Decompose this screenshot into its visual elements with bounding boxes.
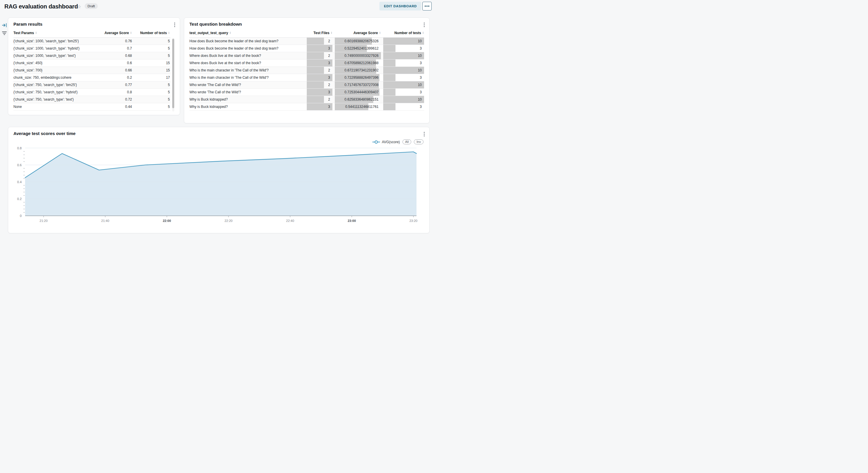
table-row: None0.445 [13,103,170,110]
cell-value: 0.7229588826497396 [335,75,381,79]
cell-test-params: None [13,103,103,110]
svg-text:0.2: 0.2 [17,197,22,201]
column-header[interactable]: test_output_test_query▲▼ [189,31,304,35]
column-header[interactable]: Number of tests▲▼ [132,31,170,35]
cell-query: Why is Buck kidnapped? [189,103,304,110]
cell-query: How does Buck become the leader of the s… [189,38,304,45]
tqb-header: test_output_test_query▲▼Test Files▲▼Aver… [189,31,424,38]
cell-test-params: {'chunk_size': 750, 'search_type': 'hybr… [13,89,103,96]
cell-test-files: 2 [307,81,333,88]
table-row: Where does Buck live at the start of the… [189,52,424,60]
cell-number-of-tests: 5 [132,45,170,52]
dot [426,5,428,7]
cell-number-of-tests: 17 [132,74,170,81]
cell-test-files: 3 [307,60,333,66]
cell-average-score: 0.72 [103,96,132,103]
svg-text:0.8: 0.8 [17,146,22,150]
cell-query: Where does Buck live at the start of the… [189,60,304,66]
panel-menu-icon[interactable] [174,22,176,28]
cell-average-score: 0.2 [103,74,132,81]
sort-icon: ▲▼ [229,32,231,34]
sort-icon: ▲▼ [422,32,424,34]
cell-value: 10 [383,83,424,87]
table-row: Why is Buck kidnapped?30.544111324681176… [189,103,424,110]
column-header-label: Test Params [13,31,34,35]
cell-value: 3 [383,61,424,65]
cell-number-of-tests: 10 [383,38,424,45]
legend-series-avg-score[interactable]: AVG(score) [372,140,400,144]
column-header[interactable]: Test Params▲▼ [13,31,103,35]
collapse-panel-icon[interactable] [2,23,7,28]
table-row: {'chunk_size': 750, 'search_type': 'hybr… [13,89,170,96]
cell-number-of-tests: 5 [132,52,170,59]
test-question-breakdown-table: test_output_test_query▲▼Test Files▲▼Aver… [189,31,424,110]
avg-scores-chart-panel: Average test scores over time AVG(score)… [8,127,430,233]
column-header[interactable]: Test Files▲▼ [307,31,333,35]
table-row: {'chunk_size': 450}0.615 [13,60,170,67]
cell-number-of-tests: 5 [132,81,170,88]
cell-value: 3 [307,75,333,79]
more-menu-button[interactable] [422,2,432,10]
cell-value: 3 [383,75,424,79]
column-header-label: test_output_test_query [189,31,228,35]
cell-value: 0.7253044446309407 [335,90,381,94]
cell-query: Who is the main character in 'The Call o… [189,67,304,74]
score-area-chart: 00.20.40.60.821:2021:4022:0022:2022:4023… [8,145,430,229]
cell-number-of-tests: 15 [132,60,170,66]
cell-value: 2 [307,97,333,101]
status-badge: Draft [85,3,98,9]
svg-text:23:00: 23:00 [348,219,356,223]
panel-menu-icon[interactable] [423,131,426,137]
cell-value: 2 [307,39,333,43]
cell-value: 0.5229452401399612 [335,46,381,50]
legend-all-button[interactable]: All [402,139,411,144]
cell-value: 0.7490000003327926 [335,54,381,58]
svg-text:21:20: 21:20 [40,219,48,223]
cell-average-score: 0.7 [103,45,132,52]
column-header[interactable]: Number of tests▲▼ [383,31,424,35]
cell-value: 10 [383,97,424,101]
cell-test-params: {'chunk_size': 700} [13,67,103,74]
cell-average-score: 0.6016938820675326 [335,38,381,45]
cell-test-files: 2 [307,52,333,59]
cell-value: 3 [383,90,424,94]
panel-title: Test question breakdown [189,22,242,27]
cell-value: 10 [383,39,424,43]
cell-number-of-tests: 10 [383,96,424,103]
column-header[interactable]: Average Score▲▼ [103,31,132,35]
legend-inv-button[interactable]: Inv [414,139,424,144]
cell-number-of-tests: 3 [383,45,424,52]
cell-value: 2 [307,68,333,72]
cell-average-score: 0.7229588826497396 [335,74,381,81]
cell-value: 0.6705898212061988 [335,61,381,65]
legend-label: AVG(score) [382,140,400,144]
cell-average-score: 0.7490000003327926 [335,52,381,59]
panel-menu-icon[interactable] [423,22,426,28]
cell-number-of-tests: 3 [383,103,424,110]
edit-dashboard-button[interactable]: EDIT DASHBOARD [379,2,421,10]
cell-value: 3 [307,46,333,50]
cell-average-score: 0.66 [103,67,132,74]
scrollbar-thumb[interactable] [172,39,174,108]
cell-test-params: {'chunk_size': 1000, 'search_type': 'hyb… [13,45,103,52]
param-results-panel: Param results Test Params▲▼Average Score… [8,18,180,115]
cell-number-of-tests: 3 [383,74,424,81]
cell-number-of-tests: 10 [383,52,424,59]
column-header[interactable]: Average Score▲▼ [335,31,381,35]
cell-average-score: 0.6705898212061988 [335,60,381,66]
svg-text:23:20: 23:20 [409,219,417,223]
table-row: {'chunk_size': 1000, 'search_type': 'bm2… [13,38,170,45]
star-icon[interactable]: ☆ [77,4,81,9]
sort-icon: ▲▼ [379,32,381,34]
sort-icon: ▲▼ [168,32,170,34]
filter-icon[interactable] [2,31,7,35]
dot [425,5,426,7]
cell-average-score: 0.7253044446309407 [335,89,381,96]
sort-icon: ▲▼ [331,32,333,34]
column-header-label: Test Files [313,31,329,35]
cell-average-score: 0.77 [103,81,132,88]
table-row: Why is Buck kidnapped?20.625833648086215… [189,96,424,103]
chart-plot[interactable]: 00.20.40.60.821:2021:4022:0022:2022:4023… [8,145,430,229]
table-row: {'chunk_size': 750, 'search_type': 'bm25… [13,81,170,89]
cell-value: 0.5441113246811761 [335,105,381,109]
